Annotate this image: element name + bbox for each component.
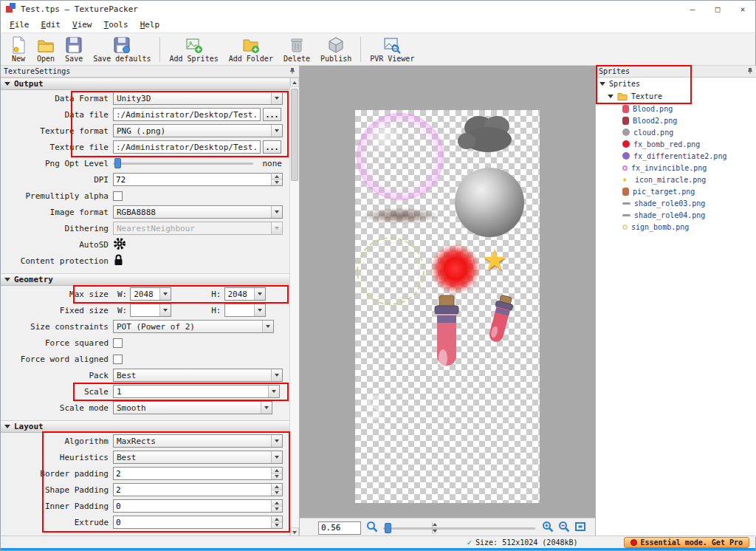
scroll-up-icon[interactable] <box>290 78 299 87</box>
spin-arrows[interactable] <box>271 468 282 479</box>
tree-item-sprite[interactable]: icon_miracle.png <box>596 174 756 185</box>
shape-padding-spinbox[interactable] <box>113 483 283 496</box>
texture-format-select[interactable]: PNG (.png) <box>113 124 283 137</box>
get-pro-button[interactable]: Essential mode. Get Pro <box>624 537 749 548</box>
pack-select[interactable]: Best <box>113 369 283 382</box>
tree-item-sprite[interactable]: shade_role03.png <box>596 197 756 209</box>
save-defaults-button[interactable]: Save defaults <box>88 34 156 65</box>
fixed-size-h-combo[interactable] <box>224 304 266 317</box>
spin-arrows[interactable] <box>271 500 282 512</box>
sprite-thumbnail-icon <box>622 117 629 125</box>
output-section-header[interactable]: Output <box>1 78 289 90</box>
heuristics-select[interactable]: Best <box>113 451 283 464</box>
settings-scrollbar[interactable] <box>289 78 299 537</box>
tree-item-sprite[interactable]: Blood.png <box>596 103 756 114</box>
new-button[interactable]: New <box>5 34 32 65</box>
scale-mode-select[interactable]: Smooth <box>113 401 272 414</box>
sprite-thumbnail-icon <box>622 165 628 171</box>
tree-item-sprite[interactable]: fx_bomb_red.png <box>596 138 756 150</box>
tree-item-sprite[interactable]: pic_target.png <box>596 185 756 197</box>
image-format-select[interactable]: RGBA8888 <box>113 205 283 219</box>
inner-padding-spinbox[interactable] <box>113 499 283 513</box>
premultiply-alpha-checkbox[interactable] <box>113 191 123 201</box>
extrude-spinbox[interactable] <box>113 516 283 529</box>
pin-icon[interactable] <box>746 67 754 76</box>
zoom-spinbox[interactable] <box>318 521 361 535</box>
texture-file-row: Texture file ... <box>1 139 289 155</box>
tree-item-sprite[interactable]: cloud.png <box>596 126 756 138</box>
close-button[interactable]: ✕ <box>730 1 755 17</box>
scale-combo[interactable]: 1 <box>113 385 280 398</box>
zoom-in-icon[interactable] <box>542 521 554 535</box>
algorithm-select[interactable]: MaxRects <box>113 434 283 448</box>
tree-root-sprites[interactable]: Sprites <box>596 78 756 90</box>
scrollbar-thumb[interactable] <box>291 89 298 181</box>
texture-file-input[interactable] <box>113 140 261 154</box>
open-button[interactable]: Open <box>32 34 60 65</box>
png-opt-level-slider[interactable] <box>113 157 253 169</box>
expander-icon[interactable] <box>599 82 605 86</box>
data-file-browse-button[interactable]: ... <box>263 108 281 121</box>
tree-item-sprite[interactable]: fx_invincible.png <box>596 162 756 174</box>
delete-button[interactable]: Delete <box>278 34 315 65</box>
data-file-row: Data file ... <box>1 106 289 123</box>
dpi-spinbox[interactable] <box>113 173 283 186</box>
spin-arrows[interactable] <box>271 516 282 528</box>
data-format-select[interactable]: Unity3D <box>113 92 283 105</box>
force-squared-row: Force squared <box>1 335 289 351</box>
gear-icon[interactable] <box>113 237 126 253</box>
pvr-viewer-button[interactable]: PVR Viewer <box>365 34 419 65</box>
spin-arrows[interactable] <box>271 484 282 496</box>
menu-view[interactable]: View <box>66 18 98 32</box>
data-file-input[interactable] <box>113 108 261 121</box>
pin-icon[interactable] <box>289 67 296 76</box>
sprite-bubble[interactable] <box>357 113 444 200</box>
sprite-star[interactable]: ★ <box>482 236 507 277</box>
slider-handle[interactable] <box>114 158 121 168</box>
menu-file[interactable]: File <box>4 18 35 32</box>
sprite-name: icon_miracle.png <box>635 176 706 184</box>
lock-icon[interactable] <box>113 253 124 268</box>
menu-help[interactable]: Help <box>134 18 166 32</box>
sprite-potion-tube-small[interactable] <box>475 291 525 355</box>
max-size-h-combo[interactable]: 2048 <box>224 287 266 301</box>
force-squared-checkbox[interactable] <box>113 338 123 348</box>
layout-section-header[interactable]: Layout <box>1 420 289 433</box>
sprite-cloud[interactable] <box>457 112 516 157</box>
tree-item-sprite[interactable]: shade_role04.png <box>596 209 756 221</box>
add-folder-button[interactable]: Add Folder <box>224 34 278 65</box>
tree-folder-texture[interactable]: Texture <box>596 90 756 103</box>
maximize-button[interactable]: □ <box>705 1 730 17</box>
tree-item-sprite[interactable]: fx_differentiate2.png <box>596 150 756 162</box>
zoom-out-icon[interactable] <box>558 521 570 535</box>
force-word-aligned-checkbox[interactable] <box>113 355 123 364</box>
fixed-size-label: Fixed size <box>2 306 113 315</box>
size-constraints-select[interactable]: POT (Power of 2) <box>113 320 274 333</box>
minimize-button[interactable]: – <box>680 1 705 17</box>
texture-preview-canvas[interactable]: ★ 5 <box>300 66 595 537</box>
geometry-section-header[interactable]: Geometry <box>1 273 289 286</box>
fit-view-icon[interactable] <box>574 521 586 535</box>
sprite-sphere[interactable] <box>455 168 524 237</box>
menu-tools[interactable]: Tools <box>98 18 134 32</box>
sprite-dashed-ring[interactable] <box>357 237 425 305</box>
expander-icon[interactable] <box>608 95 614 98</box>
publish-button[interactable]: Publish <box>315 34 357 65</box>
max-size-w-combo[interactable]: 2048 <box>130 287 171 301</box>
menu-edit[interactable]: Edit <box>35 18 67 32</box>
sprite-shadow[interactable] <box>361 208 441 224</box>
texture-settings-body: Output Data Format Unity3D Data file ...… <box>1 78 289 537</box>
zoom-slider[interactable] <box>383 522 535 534</box>
save-button[interactable]: Save <box>60 34 88 65</box>
spin-arrows[interactable] <box>271 174 282 185</box>
tree-item-sprite[interactable]: sign_bomb.png <box>596 221 756 233</box>
sprite-potion-tube-large[interactable] <box>420 295 472 389</box>
pack-label: Pack <box>2 371 113 380</box>
sprite-red-glow-ball[interactable] <box>430 244 481 294</box>
slider-handle[interactable] <box>385 523 391 533</box>
add-sprites-button[interactable]: Add Sprites <box>164 34 223 65</box>
border-padding-spinbox[interactable] <box>113 467 283 480</box>
tree-item-sprite[interactable]: Blood2.png <box>596 114 756 126</box>
texture-file-browse-button[interactable]: ... <box>263 140 281 154</box>
fixed-size-w-combo[interactable] <box>130 304 171 317</box>
